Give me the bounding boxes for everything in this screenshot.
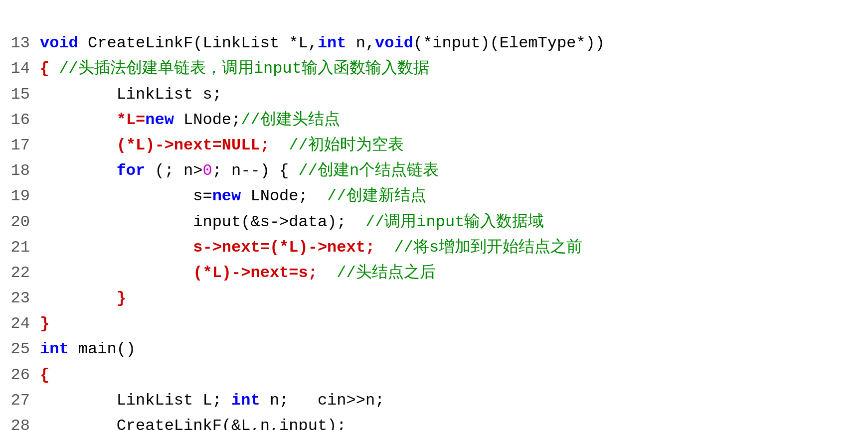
- line-content: {: [40, 362, 858, 388]
- line-number: 20: [10, 209, 40, 235]
- code-line: 27 LinkList L; int n; cin>>n;: [10, 388, 858, 413]
- code-line: 15 LinkList s;: [10, 82, 858, 107]
- code-line: 28 CreateLinkF(&L,n,input);: [10, 413, 858, 430]
- code-line: 21 s->next=(*L)->next; //将s增加到开始结点之前: [10, 235, 858, 260]
- code-line: 24}: [10, 311, 858, 336]
- code-line: 25int main(): [10, 336, 858, 362]
- code-segment: [375, 238, 394, 257]
- line-content: input(&s->data); //调用input输入数据域: [40, 209, 858, 235]
- code-segment: main(): [69, 340, 136, 358]
- code-segment: LNode;: [241, 187, 327, 205]
- line-number: 24: [10, 311, 40, 336]
- line-number: 18: [10, 158, 40, 183]
- code-segment: s->next=(*L)->next;: [193, 238, 375, 257]
- code-segment: ; n--) {: [212, 161, 299, 180]
- line-content: void CreateLinkF(LinkList *L,int n,void(…: [40, 30, 858, 56]
- code-segment: new: [212, 187, 241, 205]
- line-content: { //头插法创建单链表，调用input输入函数输入数据: [40, 56, 858, 81]
- line-content: *L=new LNode;//创建头结点: [40, 107, 858, 133]
- line-content: s->next=(*L)->next; //将s增加到开始结点之前: [40, 235, 858, 260]
- code-segment: //初始时为空表: [289, 136, 403, 154]
- code-segment: *L=: [117, 111, 146, 129]
- line-content: for (; n>0; n--) { //创建n个结点链表: [40, 158, 858, 183]
- code-segment: //头结点之后: [337, 264, 435, 282]
- line-content: }: [40, 311, 858, 336]
- line-number: 28: [10, 413, 40, 430]
- code-segment: n,: [347, 34, 375, 52]
- code-segment: (; n>: [145, 161, 202, 180]
- code-segment: [40, 136, 117, 154]
- code-segment: [40, 238, 193, 257]
- code-segment: [270, 136, 289, 154]
- code-segment: [40, 111, 117, 129]
- code-segment: LinkList s;: [40, 85, 222, 104]
- code-segment: [318, 264, 337, 282]
- code-segment: int: [231, 391, 260, 410]
- code-segment: int: [318, 34, 347, 52]
- code-segment: (*L)->next=s;: [193, 264, 318, 282]
- line-number: 25: [10, 336, 40, 362]
- code-segment: //创建头结点: [241, 111, 340, 129]
- code-segment: void: [40, 34, 78, 52]
- line-number: 27: [10, 388, 40, 413]
- line-content: LinkList s;: [40, 82, 858, 107]
- line-content: int main(): [40, 336, 858, 362]
- line-number: 22: [10, 260, 40, 286]
- code-line: 20 input(&s->data); //调用input输入数据域: [10, 209, 858, 235]
- code-segment: s=: [40, 187, 212, 205]
- code-segment: input(&s->data);: [40, 213, 365, 231]
- line-number: 14: [10, 56, 40, 81]
- code-segment: (*L)->next=NULL;: [117, 136, 270, 154]
- code-segment: LinkList L;: [40, 391, 231, 410]
- line-number: 16: [10, 107, 40, 133]
- line-number: 23: [10, 286, 40, 311]
- code-line: 16 *L=new LNode;//创建头结点: [10, 107, 858, 133]
- code-segment: {: [40, 366, 49, 384]
- code-segment: [40, 161, 117, 180]
- code-segment: (*input)(ElemType*)): [413, 34, 605, 52]
- code-segment: //调用input输入数据域: [365, 213, 544, 231]
- code-segment: //创建新结点: [327, 187, 426, 205]
- line-number: 15: [10, 82, 40, 107]
- code-segment: //创建n个结点链表: [298, 161, 439, 180]
- line-number: 19: [10, 183, 40, 209]
- code-segment: [40, 264, 193, 282]
- code-segment: CreateLinkF(LinkList *L,: [78, 34, 318, 52]
- code-line: 23 }: [10, 286, 858, 311]
- code-segment: }: [40, 314, 49, 333]
- line-content: CreateLinkF(&L,n,input);: [40, 413, 858, 430]
- code-segment: void: [375, 34, 413, 52]
- line-number: 13: [10, 30, 40, 56]
- code-segment: new: [145, 111, 174, 129]
- code-segment: CreateLinkF(&L,n,input);: [40, 417, 347, 430]
- code-segment: n; cin>>n;: [260, 391, 385, 410]
- code-line: 18 for (; n>0; n--) { //创建n个结点链表: [10, 158, 858, 183]
- code-segment: [40, 289, 117, 307]
- code-segment: LNode;: [174, 111, 241, 129]
- code-segment: 0: [202, 161, 212, 180]
- line-number: 21: [10, 235, 40, 260]
- code-line: 26{: [10, 362, 858, 388]
- line-content: s=new LNode; //创建新结点: [40, 183, 858, 209]
- code-segment: //头插法创建单链表，调用input输入函数输入数据: [59, 59, 429, 78]
- code-line: 22 (*L)->next=s; //头结点之后: [10, 260, 858, 286]
- line-number: 26: [10, 362, 40, 388]
- line-content: LinkList L; int n; cin>>n;: [40, 388, 858, 413]
- line-content: (*L)->next=NULL; //初始时为空表: [40, 133, 858, 158]
- line-content: }: [40, 286, 858, 311]
- line-content: (*L)->next=s; //头结点之后: [40, 260, 858, 286]
- code-line: 19 s=new LNode; //创建新结点: [10, 183, 858, 209]
- code-segment: {: [40, 59, 59, 78]
- code-line: 17 (*L)->next=NULL; //初始时为空表: [10, 133, 858, 158]
- code-segment: }: [117, 289, 126, 307]
- line-number: 17: [10, 133, 40, 158]
- code-line: 13void CreateLinkF(LinkList *L,int n,voi…: [10, 30, 858, 56]
- code-block: 13void CreateLinkF(LinkList *L,int n,voi…: [10, 5, 858, 430]
- code-segment: //将s增加到开始结点之前: [394, 238, 583, 257]
- code-segment: for: [117, 161, 146, 180]
- code-line: 14{ //头插法创建单链表，调用input输入函数输入数据: [10, 56, 858, 81]
- code-segment: int: [40, 340, 69, 358]
